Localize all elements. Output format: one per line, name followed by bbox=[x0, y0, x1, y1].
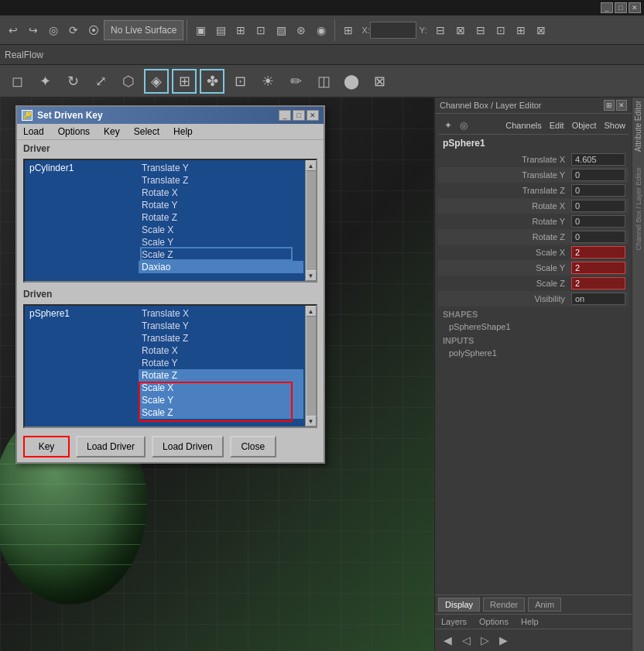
key-button[interactable]: Key bbox=[23, 436, 70, 457]
panel-close-button[interactable]: ✕ bbox=[616, 100, 627, 111]
nav-back-icon[interactable]: ◀ bbox=[440, 632, 455, 648]
sdk-maximize-button[interactable]: □ bbox=[293, 110, 305, 121]
maximize-button[interactable]: □ bbox=[615, 2, 627, 13]
viewport[interactable]: 🔑 Set Driven Key _ □ ✕ Load Options Key … bbox=[0, 98, 434, 651]
inputs-item[interactable]: polySphere1 bbox=[438, 347, 629, 359]
driver-scroll-track[interactable] bbox=[307, 171, 316, 270]
render-icon-6[interactable]: ⊛ bbox=[292, 21, 310, 39]
camera-icon[interactable]: ⊡ bbox=[228, 69, 252, 94]
layers-menu[interactable]: Layers bbox=[438, 616, 470, 627]
driver-attr-2[interactable]: Rotate X bbox=[139, 187, 303, 199]
driven-node-list[interactable]: pSphere1 bbox=[25, 306, 137, 427]
object-menu[interactable]: Object bbox=[572, 121, 597, 130]
paint-icon[interactable]: ✏ bbox=[283, 69, 308, 94]
scale-icon[interactable]: ⤢ bbox=[88, 69, 113, 94]
snap-icon[interactable]: ✤ bbox=[200, 69, 224, 94]
menu-help[interactable]: Help bbox=[170, 125, 196, 138]
render-icon-3[interactable]: ⊞ bbox=[231, 21, 250, 39]
nav-forward-icon[interactable]: ▶ bbox=[495, 632, 511, 648]
tool-icon-5[interactable]: ⦿ bbox=[84, 21, 103, 39]
live-surface-button[interactable]: No Live Surface bbox=[104, 20, 183, 40]
channel-value-1[interactable]: 0 bbox=[571, 169, 625, 181]
driver-attr-0[interactable]: Translate Y bbox=[139, 162, 303, 174]
tool-icon-4[interactable]: ⟳ bbox=[64, 21, 83, 39]
channel-value-6[interactable]: 2 bbox=[571, 246, 625, 259]
x-value[interactable] bbox=[370, 22, 416, 39]
display-tab[interactable]: Display bbox=[438, 598, 480, 612]
layout-icon-3[interactable]: ⊠ bbox=[451, 21, 470, 39]
grid-icon[interactable]: ⊞ bbox=[172, 69, 197, 94]
driven-scroll-track[interactable] bbox=[307, 317, 316, 416]
driver-attr-8[interactable]: Daxiao bbox=[139, 261, 303, 273]
driver-attr-4[interactable]: Rotate Z bbox=[139, 211, 303, 224]
channel-box-side-label[interactable]: Channel Box / Layer Editor bbox=[635, 167, 642, 251]
driven-attr-6[interactable]: Scale X bbox=[139, 382, 303, 394]
mirror-icon[interactable]: ⊠ bbox=[367, 69, 392, 94]
nav-next-icon[interactable]: ▷ bbox=[477, 632, 492, 648]
driven-attr-2[interactable]: Translate Z bbox=[139, 332, 303, 344]
render-icon-5[interactable]: ▧ bbox=[272, 21, 290, 39]
close-dialog-button[interactable]: Close bbox=[230, 436, 276, 457]
render-icon-1[interactable]: ▣ bbox=[191, 21, 210, 39]
layout-icon-5[interactable]: ⊡ bbox=[492, 21, 510, 39]
select-icon[interactable]: ◻ bbox=[5, 69, 29, 94]
layout-icon-6[interactable]: ⊞ bbox=[512, 21, 530, 39]
shapes-item[interactable]: pSphereShape1 bbox=[438, 320, 629, 333]
layout-icon-1[interactable]: ⊞ bbox=[339, 21, 358, 39]
lasso-icon[interactable]: ◈ bbox=[144, 69, 169, 94]
driven-attr-5[interactable]: Rotate Z bbox=[139, 369, 303, 382]
layout-icon-4[interactable]: ⊟ bbox=[471, 21, 490, 39]
close-button[interactable]: ✕ bbox=[629, 2, 641, 13]
driven-attr-7[interactable]: Scale Y bbox=[139, 394, 303, 406]
driven-attr-4[interactable]: Rotate Y bbox=[139, 357, 303, 369]
help-menu[interactable]: Help bbox=[518, 616, 542, 627]
render-tab[interactable]: Render bbox=[483, 598, 525, 612]
show-menu[interactable]: Show bbox=[604, 121, 625, 130]
edit-menu[interactable]: Edit bbox=[550, 121, 564, 130]
driven-scrollbar[interactable]: ▲ ▼ bbox=[305, 306, 316, 427]
tool-icon-2[interactable]: ↪ bbox=[24, 21, 43, 39]
driven-list-container[interactable]: pSphere1 Translate X Translate Y Transla… bbox=[23, 304, 317, 428]
channel-value-4[interactable]: 0 bbox=[571, 215, 625, 228]
anim-tab[interactable]: Anim bbox=[528, 598, 561, 612]
channel-value-8[interactable]: 2 bbox=[571, 277, 625, 290]
nav-prev-icon[interactable]: ◁ bbox=[458, 632, 474, 648]
sdk-minimize-button[interactable]: _ bbox=[279, 110, 291, 121]
driver-scroll-up[interactable]: ▲ bbox=[306, 160, 317, 171]
rotate-icon[interactable]: ↻ bbox=[60, 69, 85, 94]
driver-attr-5[interactable]: Scale X bbox=[139, 224, 303, 236]
channel-value-7[interactable]: 2 bbox=[571, 262, 625, 274]
channel-value-3[interactable]: 0 bbox=[571, 200, 625, 212]
sdk-close-button[interactable]: ✕ bbox=[307, 110, 319, 121]
driver-attr-list[interactable]: Translate Y Translate Z Rotate X Rotate … bbox=[137, 160, 305, 281]
channel-value-5[interactable]: 0 bbox=[571, 231, 625, 243]
driver-node-list[interactable]: pCylinder1 bbox=[25, 160, 137, 281]
tool-icon-1[interactable]: ↩ bbox=[4, 21, 22, 39]
menu-select[interactable]: Select bbox=[131, 125, 163, 138]
driven-scroll-up[interactable]: ▲ bbox=[306, 306, 317, 317]
driver-attr-6[interactable]: Scale Y bbox=[139, 236, 303, 248]
panel-float-button[interactable]: ⊞ bbox=[604, 100, 615, 111]
driven-attr-1[interactable]: Translate Y bbox=[139, 320, 303, 332]
light-icon[interactable]: ☀ bbox=[255, 69, 280, 94]
driver-node-item[interactable]: pCylinder1 bbox=[26, 162, 135, 174]
channel-value-9[interactable]: on bbox=[571, 293, 625, 305]
driven-attr-8[interactable]: Scale Z bbox=[139, 406, 303, 419]
menu-load[interactable]: Load bbox=[20, 125, 47, 138]
driver-scrollbar[interactable]: ▲ ▼ bbox=[305, 160, 316, 281]
poly-icon[interactable]: ⬡ bbox=[116, 69, 141, 94]
driver-attr-7[interactable]: Scale Z bbox=[139, 248, 303, 261]
menu-key[interactable]: Key bbox=[101, 125, 123, 138]
channel-value-0[interactable]: 4.605 bbox=[571, 153, 625, 166]
driver-attr-1[interactable]: Translate Z bbox=[139, 174, 303, 187]
minimize-button[interactable]: _ bbox=[601, 2, 613, 13]
smooth-icon[interactable]: ⬤ bbox=[339, 69, 364, 94]
channels-menu[interactable]: Channels bbox=[505, 121, 541, 130]
driven-node-item[interactable]: pSphere1 bbox=[26, 307, 135, 320]
driven-attr-0[interactable]: Translate X bbox=[139, 307, 303, 320]
driver-scroll-down[interactable]: ▼ bbox=[306, 270, 317, 281]
driven-attr-list[interactable]: Translate X Translate Y Translate Z Rota… bbox=[137, 306, 305, 427]
options-menu[interactable]: Options bbox=[476, 616, 512, 627]
tool-icon-3[interactable]: ◎ bbox=[44, 21, 63, 39]
render-icon-7[interactable]: ◉ bbox=[312, 21, 331, 39]
